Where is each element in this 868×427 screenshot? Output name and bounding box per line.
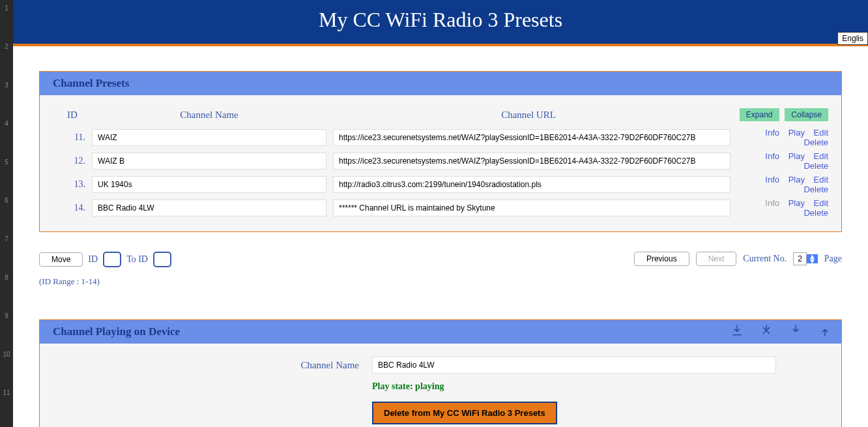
page-stepper[interactable]: ▲▼	[807, 254, 818, 263]
play-link[interactable]: Play	[788, 175, 805, 184]
table-row: 14. Info Play Edit Delete	[53, 198, 828, 218]
channel-name-field[interactable]	[92, 176, 326, 193]
id-range: (ID Range : 1-14)	[39, 276, 237, 287]
id-input[interactable]	[103, 252, 121, 267]
table-row: 12. Info Play Edit Delete	[53, 151, 828, 171]
header-url: Channel URL	[326, 110, 731, 121]
table-row: 13. Info Play Edit Delete	[53, 175, 828, 194]
download-icon[interactable]	[731, 324, 744, 337]
delete-link[interactable]: Delete	[803, 184, 828, 194]
language-button[interactable]: Englis	[837, 32, 868, 45]
page-label: Page	[824, 254, 842, 264]
header-id: ID	[53, 110, 92, 121]
page-number: 2	[793, 252, 807, 265]
current-label: Current No.	[743, 254, 787, 264]
edit-link[interactable]: Edit	[814, 128, 828, 138]
id-label: ID	[88, 254, 98, 265]
to-id-input[interactable]	[153, 252, 171, 267]
row-id: 13.	[53, 179, 92, 190]
page-header: My CC WiFi Radio 3 Presets Englis	[13, 0, 868, 44]
header-name: Channel Name	[92, 110, 326, 121]
channel-url-field[interactable]	[333, 153, 731, 169]
delete-link[interactable]: Delete	[803, 161, 828, 171]
delete-link[interactable]: Delete	[803, 208, 828, 218]
channel-name-field[interactable]	[92, 153, 326, 169]
sync-up-icon[interactable]	[818, 324, 832, 337]
row-id: 12.	[53, 156, 92, 166]
playing-name-field[interactable]	[372, 357, 776, 374]
row-id: 11.	[53, 132, 92, 143]
edit-link[interactable]: Edit	[814, 198, 828, 208]
playing-name-label: Channel Name	[53, 360, 372, 371]
row-id: 14.	[53, 203, 92, 213]
edit-link[interactable]: Edit	[814, 151, 828, 161]
to-id-label: To ID	[126, 254, 148, 265]
page-title: My CC WiFi Radio 3 Presets	[13, 8, 868, 32]
play-state: Play state: playing	[372, 381, 828, 392]
channel-url-field[interactable]	[333, 199, 731, 216]
play-link[interactable]: Play	[788, 198, 805, 208]
channel-url-field[interactable]	[333, 129, 731, 146]
expand-button[interactable]: Expand	[740, 108, 779, 121]
info-link[interactable]: Info	[765, 128, 779, 138]
next-button[interactable]: Next	[696, 252, 737, 266]
info-link[interactable]: Info	[765, 175, 779, 184]
move-button[interactable]: Move	[39, 252, 83, 267]
delete-link[interactable]: Delete	[803, 138, 828, 147]
edit-link[interactable]: Edit	[814, 175, 828, 184]
channel-playing-panel: Channel Playing on Device Channel Name P…	[39, 319, 842, 427]
sync-down-icon[interactable]	[789, 324, 802, 337]
channel-presets-panel: Channel Presets ID Channel Name Channel …	[39, 71, 842, 232]
play-link[interactable]: Play	[788, 151, 805, 161]
channel-url-field[interactable]	[333, 176, 731, 193]
previous-button[interactable]: Previous	[634, 252, 689, 266]
info-link[interactable]: Info	[765, 151, 779, 161]
table-row: 11. Info Play Edit Delete	[53, 128, 828, 147]
divider	[13, 44, 868, 46]
panel2-title: Channel Playing on Device	[40, 320, 841, 344]
cancel-download-icon[interactable]	[760, 324, 773, 337]
channel-name-field[interactable]	[92, 199, 326, 216]
collapse-button[interactable]: Collapse	[785, 108, 828, 121]
panel-title: Channel Presets	[40, 72, 841, 95]
play-link[interactable]: Play	[788, 128, 805, 138]
channel-name-field[interactable]	[92, 129, 326, 146]
delete-from-presets-button[interactable]: Delete from My CC WiFi Radio 3 Presets	[372, 402, 557, 424]
info-link: Info	[765, 198, 779, 208]
